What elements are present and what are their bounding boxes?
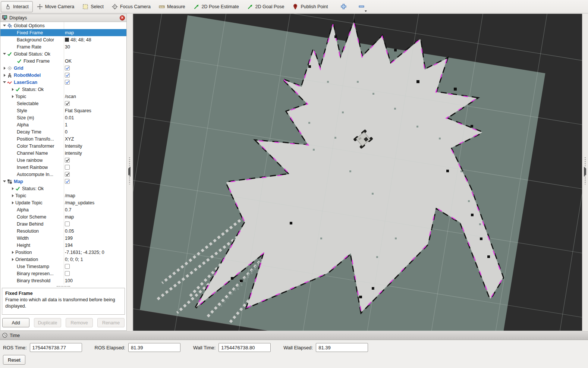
- tree-row-map-topic[interactable]: Topic /map: [0, 192, 126, 199]
- tool-measure[interactable]: Measure: [155, 1, 189, 12]
- invert-rainbow-checkbox[interactable]: [65, 165, 70, 170]
- tool-2d-pose-estimate[interactable]: 2D Pose Estimate: [189, 1, 243, 12]
- expander-icon[interactable]: [10, 95, 15, 98]
- tool-interact[interactable]: Interact: [1, 1, 33, 12]
- 3d-viewport[interactable]: [133, 14, 582, 331]
- property-value[interactable]: 0: [65, 129, 126, 135]
- tree-row-fixed-frame[interactable]: Fixed Frame map: [0, 29, 126, 36]
- expander-icon[interactable]: [10, 194, 15, 197]
- property-value[interactable]: /map: [65, 193, 126, 198]
- tree-row-global-options[interactable]: Global Options: [0, 22, 126, 29]
- expander-icon[interactable]: [10, 251, 15, 254]
- grid-enabled-checkbox[interactable]: [65, 66, 70, 70]
- expander-icon[interactable]: [2, 74, 7, 77]
- add-button[interactable]: Add: [2, 318, 29, 327]
- property-value[interactable]: Intensity: [65, 144, 126, 149]
- tree-row-binary-representation[interactable]: Binary represen...: [0, 270, 126, 277]
- tree-row-grid[interactable]: Grid: [0, 65, 126, 72]
- tree-row-use-timestamp[interactable]: Use Timestamp: [0, 263, 126, 270]
- tree-row-draw-behind[interactable]: Draw Behind: [0, 220, 126, 227]
- expander-icon[interactable]: [2, 81, 7, 83]
- autocompute-checkbox[interactable]: [65, 172, 70, 177]
- tool-focus-camera[interactable]: Focus Camera: [108, 1, 155, 12]
- remove-tool-button[interactable]: [355, 1, 368, 12]
- panel-collapse-handle-left[interactable]: [128, 169, 131, 175]
- expander-icon[interactable]: [2, 67, 7, 70]
- property-value[interactable]: XYZ: [65, 136, 126, 142]
- expander-icon[interactable]: [2, 53, 7, 55]
- panel-splitter[interactable]: [0, 284, 126, 288]
- tree-row-decay-time[interactable]: Decay Time0: [0, 128, 126, 135]
- tree-row-color-scheme[interactable]: Color Schememap: [0, 213, 126, 220]
- binary-representation-checkbox[interactable]: [65, 271, 70, 276]
- tree-row-position-transformer[interactable]: Position Transfo...XYZ: [0, 135, 126, 142]
- tree-row-background-color[interactable]: Background Color 48; 48; 48: [0, 36, 126, 43]
- expander-icon[interactable]: [10, 258, 15, 261]
- property-value[interactable]: 1: [65, 122, 126, 128]
- property-value[interactable]: 100: [65, 278, 126, 283]
- tree-row-color-transformer[interactable]: Color TransformerIntensity: [0, 142, 126, 150]
- property-value[interactable]: map: [65, 214, 126, 220]
- robotmodel-enabled-checkbox[interactable]: [65, 73, 70, 78]
- property-value[interactable]: 0.01: [65, 115, 126, 120]
- property-value[interactable]: intensity: [65, 151, 126, 156]
- tree-row-channel-name[interactable]: Channel Nameintensity: [0, 150, 126, 157]
- tree-row-width[interactable]: Width199: [0, 235, 126, 242]
- time-panel-header[interactable]: Time: [0, 331, 588, 340]
- property-value[interactable]: Flat Squares: [65, 108, 126, 113]
- tool-move-camera[interactable]: Move Camera: [33, 1, 79, 12]
- tree-row-laserscan-topic[interactable]: Topic /scan: [0, 93, 126, 100]
- wall-time-input[interactable]: [218, 343, 271, 352]
- tree-row-invert-rainbow[interactable]: Invert Rainbow: [0, 164, 126, 171]
- property-value[interactable]: 0.7: [65, 207, 126, 213]
- tree-row-global-status[interactable]: Global Status: Ok: [0, 50, 126, 57]
- tool-2d-goal-pose[interactable]: 2D Goal Pose: [243, 1, 289, 12]
- reset-button[interactable]: Reset: [3, 355, 25, 365]
- tree-row-map-status[interactable]: Status: Ok: [0, 185, 126, 192]
- property-value[interactable]: /scan: [65, 94, 126, 99]
- tool-publish-point[interactable]: Publish Point: [288, 1, 332, 12]
- ros-elapsed-input[interactable]: [128, 343, 180, 352]
- tree-row-use-rainbow[interactable]: Use rainbow: [0, 157, 126, 164]
- displays-panel-header[interactable]: Displays ×: [0, 14, 126, 22]
- tree-row-orientation[interactable]: Orientation 0; 0; 0; 1: [0, 256, 126, 263]
- property-value[interactable]: map: [65, 30, 126, 35]
- expander-icon[interactable]: [10, 88, 15, 91]
- tree-row-frame-rate[interactable]: Frame Rate 30: [0, 43, 126, 50]
- wall-elapsed-input[interactable]: [316, 343, 368, 352]
- use-rainbow-checkbox[interactable]: [65, 158, 70, 163]
- tree-row-autocompute[interactable]: Autocompute In...: [0, 171, 126, 178]
- tree-row-size[interactable]: Size (m)0.01: [0, 114, 126, 121]
- tree-row-style[interactable]: StyleFlat Squares: [0, 107, 126, 114]
- tool-select[interactable]: Select: [78, 1, 108, 12]
- tool-overflow-caret[interactable]: [365, 10, 367, 12]
- tree-row-height[interactable]: Height194: [0, 242, 126, 249]
- tree-row-position[interactable]: Position -7.1631; -4.2325; 0: [0, 249, 126, 256]
- selectable-checkbox[interactable]: [65, 101, 70, 106]
- tree-row-map-alpha[interactable]: Alpha0.7: [0, 206, 126, 213]
- add-tool-button[interactable]: [337, 1, 350, 12]
- draw-behind-checkbox[interactable]: [65, 221, 70, 226]
- expander-icon[interactable]: [2, 25, 7, 26]
- tree-row-laserscan[interactable]: LaserScan: [0, 79, 126, 86]
- tree-row-laserscan-status[interactable]: Status: Ok: [0, 86, 126, 93]
- close-icon[interactable]: ×: [120, 15, 125, 21]
- tree-row-robotmodel[interactable]: RobotModel: [0, 72, 126, 79]
- ros-time-input[interactable]: [30, 343, 82, 352]
- map-enabled-checkbox[interactable]: [65, 179, 70, 184]
- expander-icon[interactable]: [10, 201, 15, 204]
- property-value[interactable]: 48; 48; 48: [65, 37, 126, 43]
- expander-icon[interactable]: [10, 187, 15, 190]
- tree-row-alpha[interactable]: Alpha1: [0, 121, 126, 128]
- tree-row-update-topic[interactable]: Update Topic /map_updates: [0, 199, 126, 206]
- property-value[interactable]: 30: [65, 44, 126, 50]
- laserscan-enabled-checkbox[interactable]: [65, 80, 70, 85]
- tree-row-binary-threshold[interactable]: Binary threshold100: [0, 277, 126, 284]
- tree-row-resolution[interactable]: Resolution0.05: [0, 227, 126, 235]
- property-value[interactable]: /map_updates: [65, 200, 126, 205]
- panel-collapse-handle-right[interactable]: [584, 169, 586, 175]
- expander-icon[interactable]: [2, 180, 7, 182]
- tree-row-fixed-frame-status[interactable]: Fixed Frame OK: [0, 57, 126, 65]
- tree-row-map[interactable]: Map: [0, 178, 126, 185]
- tree-row-selectable[interactable]: Selectable: [0, 100, 126, 107]
